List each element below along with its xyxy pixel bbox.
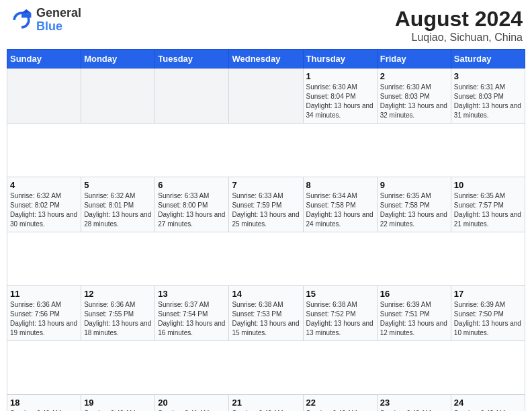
logo-blue: Blue	[36, 20, 81, 34]
day-cell: 23Sunrise: 6:43 AM Sunset: 7:44 PM Dayli…	[377, 395, 451, 412]
day-cell: 4Sunrise: 6:32 AM Sunset: 8:02 PM Daylig…	[7, 177, 81, 232]
day-number: 24	[454, 398, 522, 408]
header-day-sunday: Sunday	[7, 50, 81, 68]
day-cell: 12Sunrise: 6:36 AM Sunset: 7:55 PM Dayli…	[81, 286, 155, 341]
day-number: 7	[232, 180, 300, 190]
header-day-monday: Monday	[81, 50, 155, 68]
day-cell: 2Sunrise: 6:30 AM Sunset: 8:03 PM Daylig…	[377, 68, 451, 124]
day-cell: 1Sunrise: 6:30 AM Sunset: 8:04 PM Daylig…	[303, 68, 377, 124]
day-cell: 16Sunrise: 6:39 AM Sunset: 7:51 PM Dayli…	[377, 286, 451, 341]
day-number: 6	[158, 180, 226, 190]
calendar-header: SundayMondayTuesdayWednesdayThursdayFrid…	[7, 50, 525, 68]
day-info: Sunrise: 6:32 AM Sunset: 8:01 PM Dayligh…	[84, 191, 152, 229]
logo-general: General	[36, 7, 81, 20]
calendar-body: 1Sunrise: 6:30 AM Sunset: 8:04 PM Daylig…	[7, 68, 525, 412]
day-info: Sunrise: 6:38 AM Sunset: 7:53 PM Dayligh…	[232, 300, 300, 338]
day-number: 16	[380, 289, 448, 299]
day-cell: 18Sunrise: 6:40 AM Sunset: 7:49 PM Dayli…	[7, 395, 81, 412]
day-number: 3	[454, 71, 522, 81]
day-info: Sunrise: 6:35 AM Sunset: 7:57 PM Dayligh…	[454, 191, 522, 229]
day-cell: 8Sunrise: 6:34 AM Sunset: 7:58 PM Daylig…	[303, 177, 377, 232]
day-number: 23	[380, 398, 448, 408]
day-cell: 5Sunrise: 6:32 AM Sunset: 8:01 PM Daylig…	[81, 177, 155, 232]
day-info: Sunrise: 6:35 AM Sunset: 7:58 PM Dayligh…	[380, 191, 448, 229]
day-number: 5	[84, 180, 152, 190]
day-cell: 13Sunrise: 6:37 AM Sunset: 7:54 PM Dayli…	[155, 286, 229, 341]
day-cell	[7, 68, 81, 124]
day-number: 22	[306, 398, 374, 408]
page-header: General Blue August 2024 Luqiao, Sichuan…	[7, 7, 525, 44]
week-row-3: 11Sunrise: 6:36 AM Sunset: 7:56 PM Dayli…	[7, 286, 525, 341]
day-number: 20	[158, 398, 226, 408]
header-day-thursday: Thursday	[303, 50, 377, 68]
day-info: Sunrise: 6:31 AM Sunset: 8:03 PM Dayligh…	[454, 83, 522, 120]
calendar-table: SundayMondayTuesdayWednesdayThursdayFrid…	[7, 49, 525, 411]
calendar-subtitle: Luqiao, Sichuan, China	[395, 32, 523, 44]
day-info: Sunrise: 6:39 AM Sunset: 7:50 PM Dayligh…	[454, 300, 522, 338]
day-number: 9	[380, 180, 448, 190]
day-number: 13	[158, 289, 226, 299]
day-cell	[155, 68, 229, 124]
day-number: 21	[232, 398, 300, 408]
header-day-tuesday: Tuesday	[155, 50, 229, 68]
logo-icon	[9, 8, 34, 32]
separator-cell	[7, 232, 525, 286]
day-cell: 21Sunrise: 6:42 AM Sunset: 7:46 PM Dayli…	[229, 395, 303, 412]
day-info: Sunrise: 6:38 AM Sunset: 7:52 PM Dayligh…	[306, 300, 374, 338]
day-info: Sunrise: 6:33 AM Sunset: 7:59 PM Dayligh…	[232, 191, 300, 229]
day-number: 19	[84, 398, 152, 408]
logo-text: General Blue	[36, 7, 81, 34]
day-cell	[81, 68, 155, 124]
day-info: Sunrise: 6:34 AM Sunset: 7:58 PM Dayligh…	[306, 191, 374, 229]
header-day-wednesday: Wednesday	[229, 50, 303, 68]
day-cell: 6Sunrise: 6:33 AM Sunset: 8:00 PM Daylig…	[155, 177, 229, 232]
day-number: 8	[306, 180, 374, 190]
day-number: 17	[454, 289, 522, 299]
day-cell: 24Sunrise: 6:43 AM Sunset: 7:43 PM Dayli…	[451, 395, 525, 412]
week-row-2: 4Sunrise: 6:32 AM Sunset: 8:02 PM Daylig…	[7, 177, 525, 232]
day-number: 1	[306, 71, 374, 81]
day-info: Sunrise: 6:32 AM Sunset: 8:02 PM Dayligh…	[10, 191, 78, 229]
day-number: 4	[10, 180, 78, 190]
week-row-1: 1Sunrise: 6:30 AM Sunset: 8:04 PM Daylig…	[7, 68, 525, 124]
day-cell: 22Sunrise: 6:42 AM Sunset: 7:45 PM Dayli…	[303, 395, 377, 412]
day-info: Sunrise: 6:36 AM Sunset: 7:55 PM Dayligh…	[84, 300, 152, 338]
logo: General Blue	[9, 7, 81, 34]
day-cell: 20Sunrise: 6:41 AM Sunset: 7:47 PM Dayli…	[155, 395, 229, 412]
week-row-4: 18Sunrise: 6:40 AM Sunset: 7:49 PM Dayli…	[7, 395, 525, 412]
day-cell: 19Sunrise: 6:40 AM Sunset: 7:48 PM Dayli…	[81, 395, 155, 412]
day-number: 2	[380, 71, 448, 81]
day-info: Sunrise: 6:36 AM Sunset: 7:56 PM Dayligh…	[10, 300, 78, 338]
day-info: Sunrise: 6:37 AM Sunset: 7:54 PM Dayligh…	[158, 300, 226, 338]
header-day-friday: Friday	[377, 50, 451, 68]
day-cell: 17Sunrise: 6:39 AM Sunset: 7:50 PM Dayli…	[451, 286, 525, 341]
day-cell: 7Sunrise: 6:33 AM Sunset: 7:59 PM Daylig…	[229, 177, 303, 232]
day-cell: 14Sunrise: 6:38 AM Sunset: 7:53 PM Dayli…	[229, 286, 303, 341]
week-separator	[7, 232, 525, 286]
calendar-title: August 2024	[395, 7, 523, 32]
day-number: 11	[10, 289, 78, 299]
day-number: 14	[232, 289, 300, 299]
day-number: 18	[10, 398, 78, 408]
day-number: 10	[454, 180, 522, 190]
day-cell: 10Sunrise: 6:35 AM Sunset: 7:57 PM Dayli…	[451, 177, 525, 232]
day-cell	[229, 68, 303, 124]
header-day-saturday: Saturday	[451, 50, 525, 68]
separator-cell	[7, 341, 525, 395]
day-number: 12	[84, 289, 152, 299]
day-cell: 9Sunrise: 6:35 AM Sunset: 7:58 PM Daylig…	[377, 177, 451, 232]
day-number: 15	[306, 289, 374, 299]
day-info: Sunrise: 6:39 AM Sunset: 7:51 PM Dayligh…	[380, 300, 448, 338]
day-info: Sunrise: 6:30 AM Sunset: 8:03 PM Dayligh…	[380, 83, 448, 120]
day-cell: 15Sunrise: 6:38 AM Sunset: 7:52 PM Dayli…	[303, 286, 377, 341]
day-info: Sunrise: 6:33 AM Sunset: 8:00 PM Dayligh…	[158, 191, 226, 229]
separator-cell	[7, 124, 525, 177]
header-row: SundayMondayTuesdayWednesdayThursdayFrid…	[7, 50, 525, 68]
day-cell: 3Sunrise: 6:31 AM Sunset: 8:03 PM Daylig…	[451, 68, 525, 124]
title-block: August 2024 Luqiao, Sichuan, China	[395, 7, 523, 44]
day-cell: 11Sunrise: 6:36 AM Sunset: 7:56 PM Dayli…	[7, 286, 81, 341]
day-info: Sunrise: 6:30 AM Sunset: 8:04 PM Dayligh…	[306, 83, 374, 120]
week-separator	[7, 341, 525, 395]
week-separator	[7, 124, 525, 177]
